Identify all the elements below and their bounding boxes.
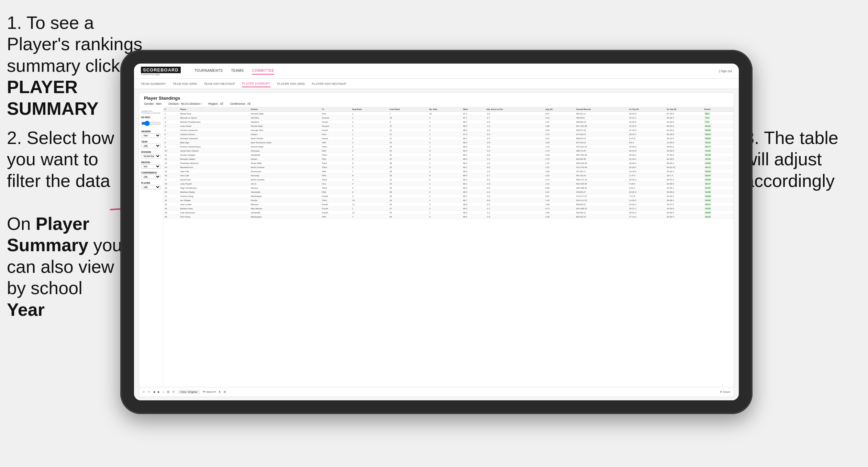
table-cell: 1 <box>351 132 388 136</box>
update-time-date: 27/03/2024 16:56:26 <box>141 112 161 114</box>
toolbar-back[interactable]: ◀ <box>153 390 155 393</box>
year-sidebar-select[interactable]: (All) First Second Third Fourth Fifth <box>141 144 161 148</box>
table-cell: 7 <box>351 215 388 219</box>
nav-committee[interactable]: COMMITTEE <box>252 67 274 75</box>
table-cell: 24 <box>388 202 428 207</box>
filter-gender: Gender: Men <box>144 102 162 105</box>
toolbar-redo[interactable]: ↪ <box>148 390 150 393</box>
toolbar-download[interactable]: ⬇ <box>219 390 221 393</box>
toolbar-time[interactable]: ⏱ <box>172 390 175 393</box>
table-cell: 68.3 <box>462 141 485 145</box>
points-value: 40.55 <box>704 170 711 173</box>
toolbar-watch[interactable]: 👁 Watch ▾ <box>203 390 216 393</box>
table-cell: Vanderbilt <box>249 153 321 157</box>
table-cell: 68.6 <box>462 202 485 207</box>
table-cell: 47-40-3 <box>665 153 703 157</box>
division-sidebar-select[interactable]: NCAA Division I <box>141 154 161 158</box>
table-cell: 1.98 <box>544 124 575 128</box>
table-cell: 69.0 <box>462 145 485 149</box>
instruction-step4: On Player Summary you can also view by s… <box>7 213 124 320</box>
points-value: 40.75 <box>704 166 711 169</box>
points-value: 44.92 <box>704 149 711 152</box>
norounds-slider[interactable] <box>141 120 161 127</box>
nav-tournaments[interactable]: TOURNAMENTS <box>194 67 223 75</box>
gender-sidebar-select[interactable]: Men Women <box>141 133 161 138</box>
points-value: 35.47 <box>704 182 711 185</box>
table-cell: 0.87 <box>544 194 575 198</box>
table-cell: 15 <box>428 112 461 116</box>
table-cell: 1 <box>351 141 388 145</box>
table-cell: 15 <box>163 169 179 174</box>
table-cell: 2 <box>163 116 179 120</box>
toolbar-share[interactable]: ⬆ Share <box>720 390 730 393</box>
division-sidebar-label: Division <box>141 151 161 153</box>
table-cell: UCLA <box>249 182 321 186</box>
table-cell: 10 <box>351 198 388 202</box>
table-cell: -1.8 <box>485 194 544 198</box>
subnav-team-h2h-heatmap[interactable]: TEAM H2H HEATMAP <box>204 81 235 87</box>
table-cell: 24 <box>163 207 179 211</box>
conference-sidebar-select[interactable]: (All) <box>141 175 161 179</box>
toolbar-grid[interactable]: ⊞ <box>224 390 226 393</box>
col-conf-rank: Conf Rank <box>388 107 428 112</box>
table-cell: -0.8 <box>485 198 544 202</box>
table-row: 8Mats EgeEast Tennessee StateFifth124268… <box>163 141 734 145</box>
table-row: 25Cole SherwoodVanderbiltFourth1223169.3… <box>163 211 734 215</box>
table-cell: 1 <box>428 194 461 198</box>
logo-text: SCOREBOARD <box>141 67 181 73</box>
table-cell: 68.5 <box>462 190 485 194</box>
table-cell: 35-16-4 <box>665 116 703 120</box>
main-content: Player Standings Gender: Men Division: N… <box>134 89 739 400</box>
table-cell: 628-150-30 <box>575 161 628 165</box>
table-cell: 1 <box>428 198 461 202</box>
subnav-team-h2h-grid[interactable]: TEAM H2H GRID <box>173 81 197 87</box>
table-cell: 1.50 <box>544 153 575 157</box>
sign-out[interactable]: | Sign out <box>719 69 732 73</box>
table-cell: 1 <box>351 136 388 141</box>
toolbar-undo[interactable]: ↩ <box>143 390 145 393</box>
subnav-player-h2h-heatmap[interactable]: PLAYER H2H HEATMAP <box>312 81 346 87</box>
table-cell: Third <box>321 178 351 182</box>
toolbar-forward[interactable]: ▶ <box>158 390 160 393</box>
table-row: 7Nicholas GabrelcikNorth FloridaFourth12… <box>163 136 734 141</box>
points-value: 60.89 <box>704 129 711 132</box>
table-cell: 2 <box>428 128 461 132</box>
col-adj-score: Adj. Score to Par <box>485 107 544 112</box>
table-cell: 29 <box>388 190 428 194</box>
table-cell: Fourth <box>321 211 351 215</box>
table-cell: 674-33-12 <box>575 132 628 136</box>
table-row: 21Yashom SongWashingtonFourth423169.1-1.… <box>163 194 734 198</box>
toolbar-view-label[interactable]: View: Original <box>178 390 200 394</box>
subnav-team-summary[interactable]: TEAM SUMMARY <box>141 81 166 87</box>
table-cell: Third <box>321 186 351 190</box>
table-cell: Third <box>321 161 351 165</box>
table-cell: -1.1 <box>485 157 544 161</box>
toolbar-home[interactable]: ⌂ <box>163 390 164 393</box>
table-cell: 20-25-4 <box>628 190 665 194</box>
table-cell: 24 <box>388 141 428 145</box>
player-sidebar-select[interactable]: (All) <box>141 185 161 189</box>
instruction-step1-bold: PLAYER SUMMARY <box>7 77 99 118</box>
table-cell: 1.68 <box>544 202 575 207</box>
table-cell: 68.4 <box>462 149 485 153</box>
table-cell: 35.95 <box>703 211 734 215</box>
table-cell: -1.2 <box>485 211 544 215</box>
table-cell: 69.2 <box>462 178 485 182</box>
toolbar-copy[interactable]: ⊞ <box>167 390 169 393</box>
col-reg-rank: Reg Rank <box>351 107 388 112</box>
table-cell: Fourth <box>321 202 351 207</box>
subnav-player-summary[interactable]: PLAYER SUMMARY <box>242 80 270 87</box>
region-sidebar-select[interactable]: N/A All <box>141 164 161 169</box>
nav-teams[interactable]: TEAMS <box>231 67 244 75</box>
table-cell: Jake Hall <box>179 169 249 174</box>
table-cell: 40.75 <box>703 165 734 169</box>
table-cell: 10-11-1 <box>628 207 665 211</box>
table-cell: 68.2 <box>462 124 485 128</box>
table-cell: 16 <box>163 174 179 178</box>
table-cell: Fourth <box>321 194 351 198</box>
subnav-player-h2h-grid[interactable]: PLAYER H2H GRID <box>277 81 305 87</box>
table-cell: 68.7 <box>462 198 485 202</box>
table-cell: 4 <box>351 178 388 182</box>
table-cell: Fourth <box>321 120 351 124</box>
table-cell: 19 <box>163 186 179 190</box>
